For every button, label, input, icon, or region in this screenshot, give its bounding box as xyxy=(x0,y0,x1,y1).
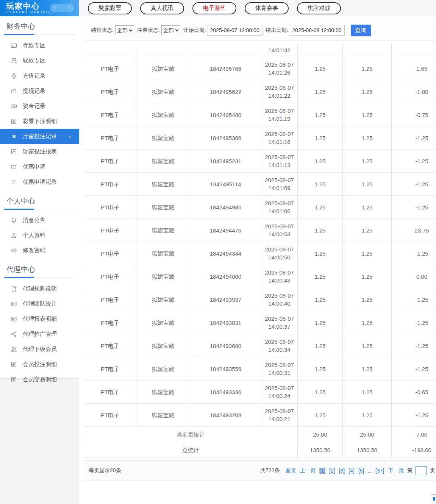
next-page-link[interactable]: 下一页 xyxy=(388,467,404,474)
sidebar-section-title: 财务中心 xyxy=(4,16,75,35)
bell-icon xyxy=(11,217,17,223)
table-cell: PT电子 xyxy=(84,150,136,173)
table-cell: 1.25 xyxy=(343,219,392,242)
table-cell: -1.25 xyxy=(392,196,436,219)
table-cell: 1.25 xyxy=(298,404,343,427)
chevron-right-icon: › xyxy=(69,133,71,140)
sidebar-item-label: 代理规则说明 xyxy=(23,285,57,292)
table-cell: 狐媚宝藏 xyxy=(136,126,190,150)
table-cell-datetime: 2025-08-0714:00:53 xyxy=(261,219,298,242)
table-cell xyxy=(190,43,261,57)
table-cell: -1.25 xyxy=(392,404,436,427)
list-icon xyxy=(11,179,17,185)
table-row: PT电子狐媚宝藏18424933362025-08-0714:00:241.25… xyxy=(84,381,436,404)
sidebar-item[interactable]: 代理报表明细 xyxy=(0,311,79,326)
sidebar-item-label: 优惠申请 xyxy=(23,163,45,170)
table-cell-datetime: 2025-08-0714:00:31 xyxy=(261,357,298,381)
table-row: PT电子狐媚宝藏18424953662025-08-0714:01:161.25… xyxy=(84,126,436,150)
table-cell: 1842493831 xyxy=(190,311,261,334)
table-cell: PT电子 xyxy=(84,173,136,196)
goto-page-input[interactable] xyxy=(416,466,427,475)
page-link-5[interactable]: [5] xyxy=(358,468,364,474)
table-cell: 1842493937 xyxy=(190,288,261,311)
sidebar-item[interactable]: 会员投注明细 xyxy=(0,357,79,372)
table-cell: -1.25 xyxy=(392,242,436,265)
ticket-icon xyxy=(11,164,17,170)
table-cell xyxy=(136,43,190,57)
sidebar-item-label: 彩票下注明细 xyxy=(23,118,57,125)
table-cell: 1.25 xyxy=(298,242,343,265)
tab-电子游艺[interactable]: 电子游艺 xyxy=(192,2,236,14)
table-cell: 1.25 xyxy=(343,196,392,219)
list-icon xyxy=(11,133,17,140)
start-date-input[interactable] xyxy=(208,25,263,36)
table-cell-datetime: 2025-08-0714:01:09 xyxy=(261,173,298,196)
settle-status-select[interactable]: 全部 xyxy=(115,25,134,35)
table-cell: -1.25 xyxy=(392,357,436,381)
sidebar-item-label: 个人资料 xyxy=(23,232,45,239)
table-cell: 1842493208 xyxy=(190,404,261,427)
table-cell-datetime: 2025-08-0714:00:40 xyxy=(261,288,298,311)
page-link-4[interactable]: [4] xyxy=(348,468,355,474)
tab-雙赢彩票[interactable]: 雙赢彩票 xyxy=(88,2,132,14)
sidebar-item[interactable]: 优惠申请记录 xyxy=(0,174,79,189)
table-cell: 狐媚宝藏 xyxy=(136,242,190,265)
tab-真人视讯[interactable]: 真人视讯 xyxy=(140,2,184,14)
page-ellipsis: ... xyxy=(366,468,373,474)
page-link-2[interactable]: [2] xyxy=(329,468,335,474)
table-cell: 14:01:32 xyxy=(261,43,298,57)
query-button[interactable]: 查询 xyxy=(351,25,371,36)
table-cell: 1.25 xyxy=(298,173,343,196)
table-cell: PT电子 xyxy=(84,357,136,381)
sidebar-item[interactable]: 玩家投注报表 xyxy=(0,144,79,159)
order-status-select[interactable]: 全部 xyxy=(161,25,180,35)
page-link-3[interactable]: [3] xyxy=(339,468,345,474)
tab-体育赛事[interactable]: 体育赛事 xyxy=(245,2,289,14)
sidebar-item[interactable]: 取款专区 xyxy=(0,53,79,68)
table-cell: 1.25 xyxy=(343,334,392,357)
table-cell: 1.65 xyxy=(392,57,436,80)
sidebar-panel: 财务中心存款专区取款专区充值记录提现记录资金记录彩票下注明细厅室投注记录›玩家投… xyxy=(0,16,79,379)
newspaper-icon xyxy=(11,301,17,307)
table-cell xyxy=(343,43,392,57)
summary-bet: 25.00 xyxy=(298,427,343,442)
floating-widget-fragment[interactable] xyxy=(431,494,436,504)
summary-valid: 25.00 xyxy=(343,427,392,442)
sidebar-item[interactable]: 代理推广管理 xyxy=(0,326,79,342)
sidebar-item[interactable]: 存款专区 xyxy=(0,38,79,53)
table-cell: 1842494060 xyxy=(190,265,261,288)
table-cell: 1.25 xyxy=(298,311,343,334)
sidebar-item[interactable]: 厅室投注记录› xyxy=(0,129,79,144)
sidebar-item[interactable]: 充值记录 xyxy=(0,68,79,83)
table-cell: 狐媚宝藏 xyxy=(136,173,190,196)
table-cell: PT电子 xyxy=(84,288,136,311)
end-date-input[interactable] xyxy=(290,25,345,36)
page-link-37[interactable]: [37] xyxy=(375,468,384,474)
total-count: 共722条 xyxy=(260,467,280,474)
first-page-link[interactable]: 首页 xyxy=(285,467,296,474)
sidebar-item[interactable]: 代理团队统计 xyxy=(0,296,79,311)
goto-prefix: 第 xyxy=(407,467,413,474)
table-cell: PT电子 xyxy=(84,242,136,265)
table-cell: -1.25 xyxy=(392,334,436,357)
sidebar-item[interactable]: 个人资料 xyxy=(0,228,79,243)
category-tabs: 雙赢彩票真人视讯电子游艺体育赛事棋牌对战 xyxy=(80,0,436,16)
summary-label: 当前页统计 xyxy=(84,427,298,442)
sidebar-item[interactable]: 修改密码 xyxy=(0,243,79,258)
sidebar-item[interactable]: 彩票下注明细 xyxy=(0,114,79,129)
sidebar-item[interactable]: 消息公告 xyxy=(0,212,79,228)
page-link-1[interactable]: [1] xyxy=(319,468,325,474)
sidebar-item[interactable]: 代理下级会员 xyxy=(0,342,79,357)
sidebar-section-items: 代理规则说明代理团队统计代理报表明细代理推广管理代理下级会员会员投注明细会员交易… xyxy=(0,278,79,389)
prev-page-link[interactable]: 上一页 xyxy=(300,467,316,474)
sidebar-item[interactable]: 优惠申请 xyxy=(0,159,79,174)
pagination-bar: 每页显示20条 共722条 首页 上一页 [1][2][3][4][5] ...… xyxy=(84,460,436,481)
sidebar-item[interactable]: 会员交易明细 xyxy=(0,372,79,387)
tab-棋牌对战[interactable]: 棋牌对战 xyxy=(297,2,341,14)
sidebar-item[interactable]: 代理规则说明 xyxy=(0,281,79,296)
table-cell: 1842495114 xyxy=(190,173,261,196)
table-row: PT电子狐媚宝藏18424952312025-08-0714:01:131.25… xyxy=(84,150,436,173)
total-summary-row: 总统计1350.501350.50-196.00 xyxy=(84,442,436,458)
sidebar-item[interactable]: 资金记录 xyxy=(0,98,79,114)
sidebar-item[interactable]: 提现记录 xyxy=(0,83,79,98)
